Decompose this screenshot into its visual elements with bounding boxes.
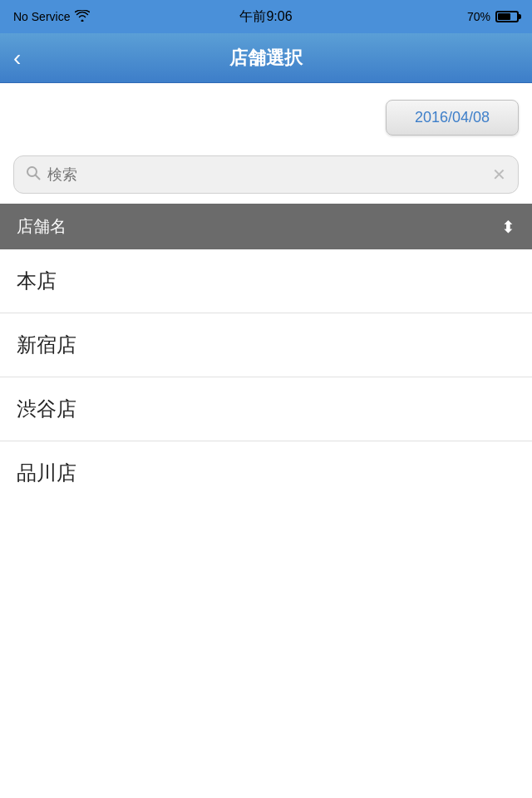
status-time: 午前9:06 <box>239 8 292 26</box>
svg-line-1 <box>36 175 40 179</box>
search-input[interactable] <box>47 166 485 184</box>
list-item[interactable]: 品川店 <box>0 441 532 505</box>
store-name: 本店 <box>17 269 57 292</box>
date-area: 2016/04/08 <box>0 83 532 149</box>
page-title: 店舗選択 <box>229 46 303 71</box>
status-bar: No Service 午前9:06 70% <box>0 0 532 33</box>
date-button[interactable]: 2016/04/08 <box>386 100 519 135</box>
status-right: 70% <box>467 10 519 23</box>
table-header[interactable]: 店舗名 ⬍ <box>0 204 532 249</box>
search-box: ✕ <box>13 155 519 194</box>
back-button[interactable]: ‹ <box>13 47 21 70</box>
store-name: 品川店 <box>17 461 76 484</box>
list-item[interactable]: 新宿店 <box>0 313 532 377</box>
status-left: No Service <box>13 10 90 24</box>
search-icon <box>26 165 41 185</box>
search-clear-button[interactable]: ✕ <box>492 165 506 185</box>
list-item[interactable]: 渋谷店 <box>0 377 532 441</box>
store-name: 新宿店 <box>17 333 76 356</box>
sort-icon: ⬍ <box>501 217 515 237</box>
battery-icon <box>495 11 519 22</box>
nav-bar: ‹ 店舗選択 <box>0 33 532 83</box>
wifi-icon <box>75 10 90 24</box>
no-service-text: No Service <box>13 10 70 23</box>
store-name: 渋谷店 <box>17 397 76 420</box>
battery-percent: 70% <box>467 10 490 23</box>
main-content: 2016/04/08 ✕ 店舗名 ⬍ 本店新宿店渋谷店品川店 <box>0 83 532 505</box>
store-list: 本店新宿店渋谷店品川店 <box>0 249 532 505</box>
table-header-label: 店舗名 <box>17 215 66 238</box>
search-area: ✕ <box>0 149 532 204</box>
list-item[interactable]: 本店 <box>0 249 532 313</box>
